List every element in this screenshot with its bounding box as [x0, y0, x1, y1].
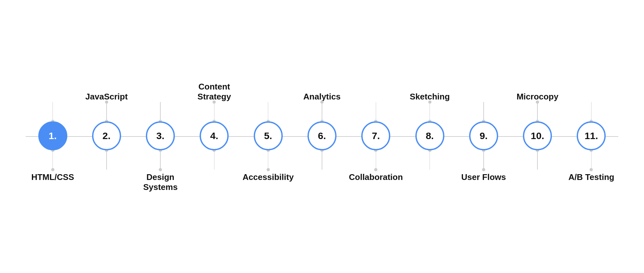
- label-top-10: Microcopy: [516, 76, 558, 102]
- connector-bottom-7: [376, 150, 376, 170]
- connector-bottom-11: [591, 150, 592, 170]
- connector-top-8: [430, 102, 430, 121]
- connector-top-7: [376, 102, 376, 121]
- circle-11[interactable]: 11.: [577, 121, 606, 150]
- connector-top-11: [591, 102, 592, 121]
- connector-bottom-3: [160, 150, 161, 170]
- connector-bottom-2: [106, 150, 107, 170]
- circle-label-10: 10.: [531, 130, 544, 141]
- label-bottom-3: DesignSystems: [143, 170, 178, 197]
- circle-9[interactable]: 9.: [469, 121, 498, 150]
- label-bottom-1: HTML/CSS: [31, 170, 74, 197]
- circle-10[interactable]: 10.: [523, 121, 552, 150]
- connector-bottom-10: [537, 150, 538, 170]
- circle-8[interactable]: 8.: [415, 121, 444, 150]
- label-bottom-9: User Flows: [461, 170, 506, 197]
- circle-3[interactable]: 3.: [146, 121, 175, 150]
- circle-label-5: 5.: [264, 130, 272, 141]
- timeline-middle: 1. HTML/CSS JavaScript 2. 3. DesignSyste…: [26, 76, 618, 197]
- circle-label-3: 3.: [156, 130, 165, 141]
- circle-label-2: 2.: [102, 130, 110, 141]
- circle-1[interactable]: 1.: [38, 121, 67, 150]
- connector-top-1: [52, 102, 53, 121]
- connector-top-10: [537, 102, 538, 121]
- circle-6[interactable]: 6.: [308, 121, 336, 150]
- label-top-2: JavaScript: [85, 76, 128, 102]
- circle-2[interactable]: 2.: [92, 121, 121, 150]
- connector-top-3: [160, 102, 161, 121]
- connector-bottom-9: [483, 150, 484, 170]
- label-bottom-5: Accessibility: [242, 170, 294, 197]
- circle-label-6: 6.: [318, 130, 326, 141]
- connector-bottom-8: [430, 150, 430, 170]
- label-top-4: ContentStrategy: [197, 76, 231, 102]
- circle-label-1: 1.: [49, 130, 57, 141]
- timeline-container: 1. HTML/CSS JavaScript 2. 3. DesignSyste…: [26, 76, 618, 197]
- connector-top-6: [322, 102, 322, 121]
- connector-bottom-6: [322, 150, 322, 170]
- circle-5[interactable]: 5.: [254, 121, 283, 150]
- circle-label-4: 4.: [210, 130, 218, 141]
- circle-label-9: 9.: [479, 130, 488, 141]
- label-top-8: Sketching: [410, 76, 450, 102]
- circle-7[interactable]: 7.: [361, 121, 390, 150]
- circle-4[interactable]: 4.: [200, 121, 229, 150]
- circle-label-7: 7.: [372, 130, 380, 141]
- connector-bottom-5: [268, 150, 269, 170]
- connector-top-4: [214, 102, 215, 121]
- label-top-6: Analytics: [303, 76, 341, 102]
- connector-top-9: [483, 102, 484, 121]
- connector-top-5: [268, 102, 269, 121]
- label-bottom-7: Collaboration: [349, 170, 403, 197]
- circle-label-8: 8.: [426, 130, 434, 141]
- connector-bottom-4: [214, 150, 215, 170]
- label-bottom-11: A/B Testing: [568, 170, 614, 197]
- connector-top-2: [106, 102, 107, 121]
- circle-label-11: 11.: [585, 130, 598, 141]
- connector-bottom-1: [52, 150, 53, 170]
